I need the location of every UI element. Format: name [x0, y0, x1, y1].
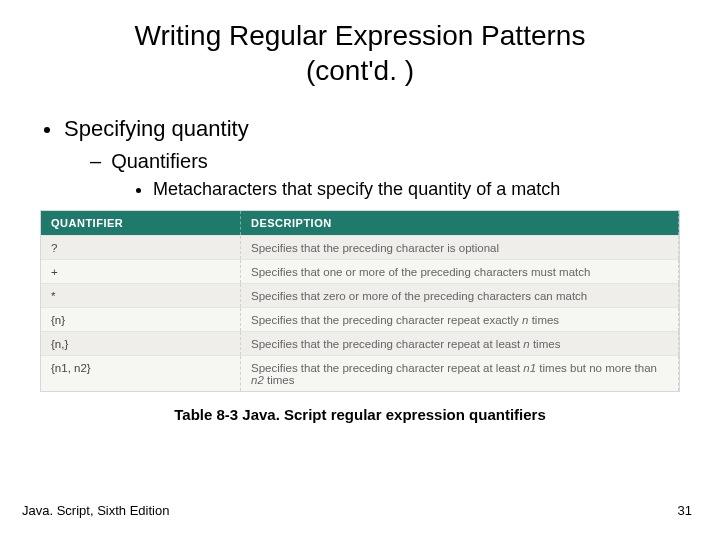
bullet-level3: Metacharacters that specify the quantity…	[136, 179, 680, 200]
slide-title: Writing Regular Expression Patterns (con…	[0, 18, 720, 88]
cell-quantifier: *	[41, 284, 241, 307]
table-row: {n,} Specifies that the preceding charac…	[41, 331, 679, 355]
cell-quantifier: {n,}	[41, 332, 241, 355]
table-row: {n} Specifies that the preceding charact…	[41, 307, 679, 331]
cell-description: Specifies that one or more of the preced…	[241, 260, 679, 283]
cell-quantifier: {n}	[41, 308, 241, 331]
footer-left: Java. Script, Sixth Edition	[22, 503, 169, 518]
slide-number: 31	[678, 503, 692, 518]
bullet-l2-text: Quantifiers	[111, 150, 208, 173]
bullet-level2: – Quantifiers	[90, 150, 680, 173]
th-description: DESCRIPTION	[241, 211, 679, 235]
cell-quantifier: {n1, n2}	[41, 356, 241, 391]
cell-description: Specifies that the preceding character r…	[241, 332, 679, 355]
cell-description: Specifies that the preceding character r…	[241, 356, 679, 391]
bullet-l3-text: Metacharacters that specify the quantity…	[153, 179, 560, 200]
title-line1: Writing Regular Expression Patterns	[135, 20, 586, 51]
table-caption: Table 8-3 Java. Script regular expressio…	[0, 406, 720, 423]
bullet-l1-text: Specifying quantity	[64, 116, 249, 142]
cell-quantifier: +	[41, 260, 241, 283]
bullet-dash-icon: –	[90, 150, 101, 173]
table-row: * Specifies that zero or more of the pre…	[41, 283, 679, 307]
cell-description: Specifies that zero or more of the prece…	[241, 284, 679, 307]
bullet-dot-icon	[136, 188, 141, 193]
bullet-level1: Specifying quantity	[40, 116, 680, 142]
cell-description: Specifies that the preceding character r…	[241, 308, 679, 331]
title-line2: (cont'd. )	[306, 55, 414, 86]
cell-description: Specifies that the preceding character i…	[241, 236, 679, 259]
bullet-dot-icon	[44, 127, 50, 133]
quantifier-table: QUANTIFIER DESCRIPTION ? Specifies that …	[40, 210, 680, 392]
table-row: {n1, n2} Specifies that the preceding ch…	[41, 355, 679, 391]
table-body: ? Specifies that the preceding character…	[41, 235, 679, 391]
th-quantifier: QUANTIFIER	[41, 211, 241, 235]
cell-quantifier: ?	[41, 236, 241, 259]
table-row: + Specifies that one or more of the prec…	[41, 259, 679, 283]
table-row: ? Specifies that the preceding character…	[41, 235, 679, 259]
table-header-row: QUANTIFIER DESCRIPTION	[41, 211, 679, 235]
content-block: Specifying quantity – Quantifiers Metach…	[0, 116, 720, 200]
